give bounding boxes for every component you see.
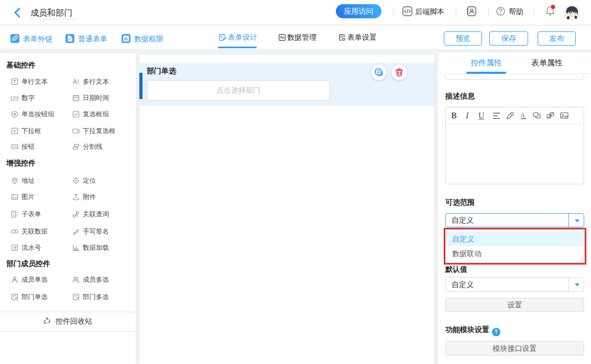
svg-text:A: A (520, 112, 525, 119)
svg-text:BTN: BTN (13, 146, 17, 148)
